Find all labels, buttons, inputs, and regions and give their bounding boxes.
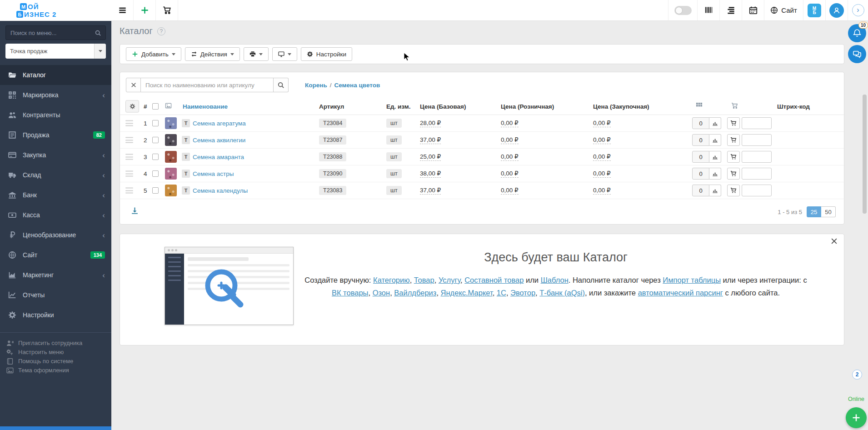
sidebar-item-truck[interactable]: Склад‹: [0, 165, 111, 185]
empty-state-link[interactable]: Озон: [373, 289, 390, 297]
drag-handle[interactable]: [125, 137, 133, 143]
add-to-cart-button[interactable]: [727, 185, 740, 196]
sidebar-footer-gears[interactable]: Настроить меню: [6, 348, 111, 356]
clear-search-button[interactable]: [126, 78, 141, 92]
product-thumbnail[interactable]: [165, 151, 177, 163]
stock-count-button[interactable]: 0: [692, 134, 709, 146]
export-button[interactable]: [131, 207, 139, 216]
product-name-link[interactable]: Семена агератума: [193, 120, 246, 127]
print-button[interactable]: [244, 47, 269, 61]
sidebar-item-folder[interactable]: Каталог: [0, 65, 111, 85]
catalog-search-input[interactable]: [141, 78, 274, 92]
fab-add-button[interactable]: [846, 407, 867, 428]
empty-state-link[interactable]: автоматический парсинг: [638, 289, 723, 297]
stock-chart-button[interactable]: [709, 151, 721, 163]
close-button[interactable]: [831, 238, 838, 246]
price-retail-value[interactable]: 0,00 ₽: [501, 119, 519, 127]
empty-state-link[interactable]: Шаблон: [541, 276, 569, 284]
row-checkbox[interactable]: [152, 154, 159, 160]
product-thumbnail[interactable]: [165, 134, 177, 146]
price-retail-value[interactable]: 0,00 ₽: [501, 153, 519, 161]
chat-button[interactable]: [848, 45, 866, 63]
sidebar-item-gear[interactable]: Настройки: [0, 305, 111, 325]
tasks-list-button[interactable]: [719, 0, 742, 20]
page-size-50[interactable]: 50: [821, 206, 836, 217]
drag-handle[interactable]: [125, 154, 133, 160]
price-base-value[interactable]: 28,00 ₽: [420, 119, 441, 127]
page-scrollbar[interactable]: [863, 95, 867, 214]
sidebar-item-card[interactable]: Закупка‹: [0, 145, 111, 165]
page-size-25[interactable]: 25: [807, 206, 821, 217]
notifications-button[interactable]: 10: [848, 24, 866, 42]
empty-state-link[interactable]: Категорию: [373, 276, 410, 284]
settings-button[interactable]: Настройки: [301, 47, 352, 61]
toggle-switch[interactable]: [674, 6, 692, 15]
price-retail-value[interactable]: 0,00 ₽: [501, 136, 519, 144]
select-all-checkbox[interactable]: [152, 103, 159, 110]
price-retail-value[interactable]: 0,00 ₽: [501, 186, 519, 195]
profile-button[interactable]: [825, 0, 848, 20]
drag-handle[interactable]: [125, 120, 133, 126]
add-to-cart-button[interactable]: [727, 134, 740, 146]
empty-state-link[interactable]: Яндекс.Маркет: [441, 289, 493, 297]
actions-button[interactable]: Действия: [185, 47, 240, 61]
empty-state-link[interactable]: Услугу: [439, 276, 460, 284]
product-name-link[interactable]: Семена календулы: [193, 187, 248, 194]
empty-state-link[interactable]: Т-банк (aQsi): [539, 289, 585, 297]
product-thumbnail[interactable]: [165, 168, 177, 180]
price-base-value[interactable]: 37,00 ₽: [420, 186, 441, 195]
header-name-sort[interactable]: Наименование: [183, 103, 228, 110]
mb-app-button[interactable]: МБ: [803, 0, 825, 20]
product-name-link[interactable]: Семена астры: [193, 170, 234, 177]
price-base-value[interactable]: 38,00 ₽: [420, 170, 441, 178]
hamburger-menu-button[interactable]: [111, 0, 134, 20]
app-logo[interactable]: М ОЙ Б ИЗНЕС 2: [0, 0, 111, 21]
sidebar-item-globe[interactable]: Сайт134: [0, 245, 111, 265]
search-submit-button[interactable]: [274, 78, 289, 92]
stock-chart-button[interactable]: [709, 117, 721, 129]
row-checkbox[interactable]: [152, 187, 159, 194]
table-settings-button[interactable]: [125, 100, 139, 113]
barcode-input[interactable]: [742, 117, 772, 129]
barcode-input[interactable]: [742, 134, 772, 146]
stock-chart-button[interactable]: [709, 185, 721, 196]
collapse-panel-button[interactable]: ›: [848, 0, 868, 20]
drag-handle[interactable]: [125, 171, 133, 177]
row-checkbox[interactable]: [152, 120, 159, 126]
empty-state-link[interactable]: Составной товар: [464, 276, 524, 284]
pos-select-caret[interactable]: [94, 44, 106, 59]
empty-state-link[interactable]: Вайлдбериз: [394, 289, 436, 297]
sidebar-item-bank[interactable]: Банк‹: [0, 185, 111, 205]
price-base-value[interactable]: 37,00 ₽: [420, 136, 441, 144]
product-thumbnail[interactable]: [165, 185, 177, 196]
product-name-link[interactable]: Семена амаранта: [193, 154, 244, 160]
barcode-input[interactable]: [742, 151, 772, 163]
stock-count-button[interactable]: 0: [692, 151, 709, 163]
quick-add-button[interactable]: [134, 0, 156, 20]
site-button[interactable]: Сайт: [764, 0, 803, 20]
menu-search-input[interactable]: [10, 30, 95, 36]
add-to-cart-button[interactable]: [727, 151, 740, 163]
barcode-input[interactable]: [742, 185, 772, 196]
empty-state-link[interactable]: Товар: [414, 276, 434, 284]
mode-toggle[interactable]: [668, 0, 697, 20]
stock-count-button[interactable]: 0: [692, 117, 709, 129]
stock-chart-button[interactable]: [709, 168, 721, 180]
display-button[interactable]: [272, 47, 297, 61]
empty-state-link[interactable]: Импорт таблицы: [663, 276, 721, 284]
price-purchase-value[interactable]: 0,00 ₽: [593, 153, 611, 161]
breadcrumb-root-link[interactable]: Корень: [305, 82, 327, 89]
sidebar-footer-user-plus[interactable]: Пригласить сотрудника: [6, 339, 111, 347]
breadcrumb-current-link[interactable]: Семена цветов: [334, 82, 380, 89]
price-purchase-value[interactable]: 0,00 ₽: [593, 170, 611, 178]
cart-button[interactable]: [156, 0, 178, 20]
add-to-cart-button[interactable]: [727, 117, 740, 129]
price-base-value[interactable]: 25,00 ₽: [420, 153, 441, 161]
sidebar-footer-image[interactable]: Тема оформления: [6, 366, 111, 374]
stock-count-button[interactable]: 0: [692, 185, 709, 196]
stock-chart-button[interactable]: [709, 134, 721, 146]
sidebar-item-chart-area[interactable]: Маркетинг‹: [0, 265, 111, 285]
sidebar-item-cash[interactable]: Касса‹: [0, 205, 111, 225]
add-button[interactable]: Добавить: [126, 47, 181, 61]
empty-state-link[interactable]: ВК товары: [332, 289, 369, 297]
